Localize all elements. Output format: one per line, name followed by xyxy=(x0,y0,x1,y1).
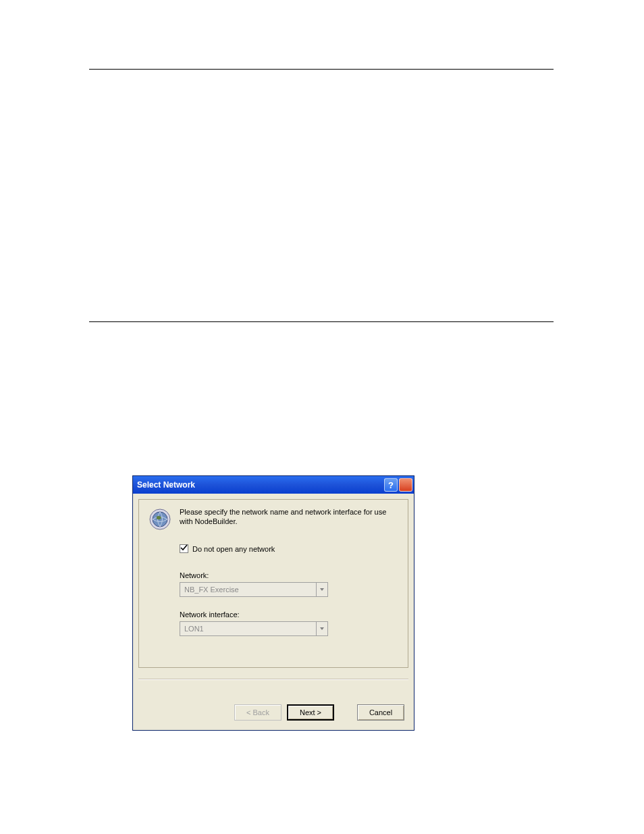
network-label: Network: xyxy=(180,571,209,579)
network-interface-label: Network interface: xyxy=(180,610,240,619)
cancel-button[interactable]: Cancel xyxy=(357,704,404,721)
network-interface-value: LON1 xyxy=(180,621,316,636)
close-button[interactable] xyxy=(399,478,412,492)
do-not-open-network-label: Do not open any network xyxy=(192,545,275,553)
network-interface-combobox[interactable]: LON1 xyxy=(180,621,328,636)
select-network-dialog: Select Network ? xyxy=(132,475,414,731)
do-not-open-network-checkbox[interactable] xyxy=(180,544,188,553)
horizontal-rule xyxy=(89,321,554,322)
instruction-text: Please specify the network name and netw… xyxy=(180,508,398,527)
button-row: < Back Next > Cancel xyxy=(234,704,404,721)
network-value: NB_FX Exercise xyxy=(180,582,316,597)
titlebar: Select Network ? xyxy=(133,476,414,494)
next-button[interactable]: Next > xyxy=(287,704,334,721)
chevron-down-icon xyxy=(319,585,325,594)
help-icon: ? xyxy=(388,480,394,490)
network-combobox[interactable]: NB_FX Exercise xyxy=(180,582,328,597)
dialog-title: Select Network xyxy=(137,480,383,490)
button-separator xyxy=(138,679,408,680)
horizontal-rule xyxy=(89,69,554,70)
help-button[interactable]: ? xyxy=(384,478,398,492)
dialog-content: Please specify the network name and netw… xyxy=(133,494,414,673)
network-interface-dropdown-button[interactable] xyxy=(316,621,328,636)
do-not-open-network-row: Do not open any network xyxy=(180,544,275,553)
groupbox: Please specify the network name and netw… xyxy=(138,499,408,668)
network-dropdown-button[interactable] xyxy=(316,582,328,597)
network-globe-icon xyxy=(149,508,171,531)
chevron-down-icon xyxy=(319,625,325,633)
check-icon xyxy=(180,544,188,553)
back-button: < Back xyxy=(234,704,281,721)
